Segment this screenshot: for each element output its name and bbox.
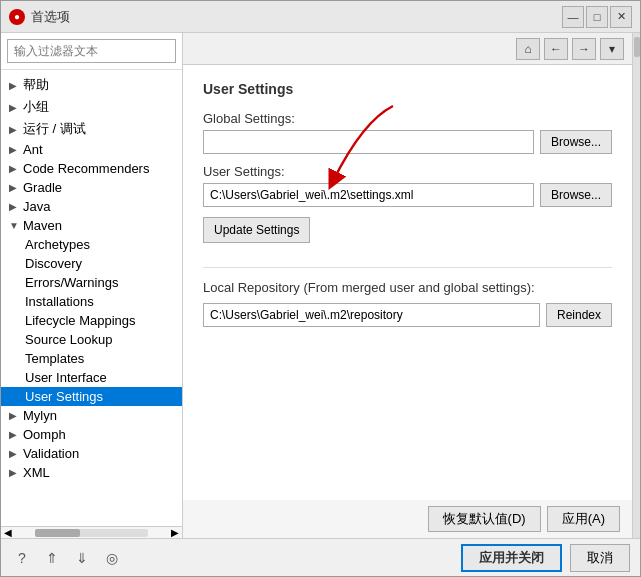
global-settings-label: Global Settings: xyxy=(203,111,612,126)
sidebar-item-user-interface[interactable]: User Interface xyxy=(1,368,182,387)
maximize-button[interactable]: □ xyxy=(586,6,608,28)
user-settings-browse-button[interactable]: Browse... xyxy=(540,183,612,207)
sidebar-item-gradle[interactable]: ▶ Gradle xyxy=(1,178,182,197)
import-icon[interactable]: ⇓ xyxy=(71,547,93,569)
footer-right-buttons: 应用并关闭 取消 xyxy=(461,544,630,572)
scroll-track xyxy=(35,529,148,537)
sidebar-label-gradle: Gradle xyxy=(23,180,62,195)
sidebar-label-validation: Validation xyxy=(23,446,79,461)
expand-arrow-xml: ▶ xyxy=(9,467,19,478)
search-input[interactable] xyxy=(7,39,176,63)
sidebar-label-installations: Installations xyxy=(25,294,94,309)
local-repo-row: Reindex xyxy=(203,303,612,327)
sidebar-label-oomph: Oomph xyxy=(23,427,66,442)
sidebar-label-discovery: Discovery xyxy=(25,256,82,271)
apply-button[interactable]: 应用(A) xyxy=(547,506,620,532)
sidebar-item-user-settings[interactable]: User Settings xyxy=(1,387,182,406)
footer-icons: ? ⇑ ⇓ ◎ xyxy=(11,547,123,569)
sidebar-item-xml[interactable]: ▶ XML xyxy=(1,463,182,482)
sidebar-label-user-interface: User Interface xyxy=(25,370,107,385)
title-bar: ● 首选项 — □ ✕ xyxy=(1,1,640,33)
scroll-right-icon[interactable]: ▶ xyxy=(168,527,182,538)
sidebar-item-code-recommenders[interactable]: ▶ Code Recommenders xyxy=(1,159,182,178)
sidebar-label-run-debug: 运行 / 调试 xyxy=(23,120,86,138)
global-settings-input[interactable] xyxy=(203,130,534,154)
section-divider xyxy=(203,267,612,268)
expand-arrow-run-debug: ▶ xyxy=(9,124,19,135)
sidebar-item-java[interactable]: ▶ Java xyxy=(1,197,182,216)
expand-arrow-validation: ▶ xyxy=(9,448,19,459)
minimize-button[interactable]: — xyxy=(562,6,584,28)
sidebar-item-templates[interactable]: Templates xyxy=(1,349,182,368)
expand-arrow-oomph: ▶ xyxy=(9,429,19,440)
global-settings-browse-button[interactable]: Browse... xyxy=(540,130,612,154)
reindex-button[interactable]: Reindex xyxy=(546,303,612,327)
sidebar-scrollbar[interactable]: ◀ ▶ xyxy=(1,526,182,538)
sidebar-label-source-lookup: Source Lookup xyxy=(25,332,112,347)
scroll-left-icon[interactable]: ◀ xyxy=(1,527,15,538)
apply-close-button[interactable]: 应用并关闭 xyxy=(461,544,562,572)
restore-defaults-button[interactable]: 恢复默认值(D) xyxy=(428,506,541,532)
search-box xyxy=(1,33,182,70)
sidebar-item-validation[interactable]: ▶ Validation xyxy=(1,444,182,463)
cancel-button[interactable]: 取消 xyxy=(570,544,630,572)
expand-arrow-java: ▶ xyxy=(9,201,19,212)
sidebar-label-ant: Ant xyxy=(23,142,43,157)
panel-body: User Settings Global Settings: xyxy=(183,65,632,500)
user-settings-row: Browse... xyxy=(203,183,612,207)
sidebar-label-templates: Templates xyxy=(25,351,84,366)
sidebar-label-errors-warnings: Errors/Warnings xyxy=(25,275,118,290)
expand-arrow-mylyn: ▶ xyxy=(9,410,19,421)
bottom-buttons-row: 恢复默认值(D) 应用(A) xyxy=(183,500,632,538)
tree-area: ▶ 帮助 ▶ 小组 ▶ 运行 / 调试 ▶ Ant ▶ Code Recom xyxy=(1,70,182,526)
sidebar-label-help: 帮助 xyxy=(23,76,49,94)
export-icon[interactable]: ⇑ xyxy=(41,547,63,569)
window-title: 首选项 xyxy=(31,8,70,26)
dropdown-button[interactable]: ▾ xyxy=(600,38,624,60)
scrollbar-handle[interactable] xyxy=(634,37,640,57)
window-icon: ● xyxy=(9,9,25,25)
global-settings-row: Browse... xyxy=(203,130,612,154)
local-repo-label: Local Repository (From merged user and g… xyxy=(203,280,612,295)
sidebar-item-errors-warnings[interactable]: Errors/Warnings xyxy=(1,273,182,292)
user-settings-input[interactable] xyxy=(203,183,534,207)
sidebar-label-java: Java xyxy=(23,199,50,214)
close-button[interactable]: ✕ xyxy=(610,6,632,28)
expand-arrow-gradle: ▶ xyxy=(9,182,19,193)
sidebar-item-help[interactable]: ▶ 帮助 xyxy=(1,74,182,96)
expand-arrow-help: ▶ xyxy=(9,80,19,91)
sidebar-label-user-settings: User Settings xyxy=(25,389,103,404)
back-button[interactable]: ← xyxy=(544,38,568,60)
main-content: ▶ 帮助 ▶ 小组 ▶ 运行 / 调试 ▶ Ant ▶ Code Recom xyxy=(1,33,640,538)
sidebar-item-maven[interactable]: ▼ Maven xyxy=(1,216,182,235)
sidebar-item-installations[interactable]: Installations xyxy=(1,292,182,311)
panel-toolbar: ⌂ ← → ▾ xyxy=(183,33,632,65)
sidebar-item-run-debug[interactable]: ▶ 运行 / 调试 xyxy=(1,118,182,140)
sidebar-item-group[interactable]: ▶ 小组 xyxy=(1,96,182,118)
sidebar-item-discovery[interactable]: Discovery xyxy=(1,254,182,273)
sidebar-item-ant[interactable]: ▶ Ant xyxy=(1,140,182,159)
settings-icon[interactable]: ◎ xyxy=(101,547,123,569)
sidebar-item-lifecycle-mappings[interactable]: Lifecycle Mappings xyxy=(1,311,182,330)
sidebar-item-source-lookup[interactable]: Source Lookup xyxy=(1,330,182,349)
forward-button[interactable]: → xyxy=(572,38,596,60)
preferences-window: ● 首选项 — □ ✕ ▶ 帮助 ▶ 小组 xyxy=(0,0,641,577)
right-panel: ⌂ ← → ▾ User Settings xyxy=(183,33,632,538)
scroll-thumb[interactable] xyxy=(35,529,80,537)
sidebar-label-group: 小组 xyxy=(23,98,49,116)
expand-arrow-maven: ▼ xyxy=(9,220,19,231)
sidebar-item-mylyn[interactable]: ▶ Mylyn xyxy=(1,406,182,425)
sidebar-label-code-recommenders: Code Recommenders xyxy=(23,161,149,176)
right-edge-scrollbar[interactable] xyxy=(632,33,640,538)
expand-arrow-ant: ▶ xyxy=(9,144,19,155)
sidebar-item-oomph[interactable]: ▶ Oomph xyxy=(1,425,182,444)
local-repo-input[interactable] xyxy=(203,303,540,327)
expand-arrow-group: ▶ xyxy=(9,102,19,113)
update-settings-button[interactable]: Update Settings xyxy=(203,217,310,243)
sidebar-label-xml: XML xyxy=(23,465,50,480)
user-settings-label: User Settings: xyxy=(203,164,612,179)
sidebar-item-archetypes[interactable]: Archetypes xyxy=(1,235,182,254)
sidebar-label-mylyn: Mylyn xyxy=(23,408,57,423)
home-button[interactable]: ⌂ xyxy=(516,38,540,60)
help-icon[interactable]: ? xyxy=(11,547,33,569)
